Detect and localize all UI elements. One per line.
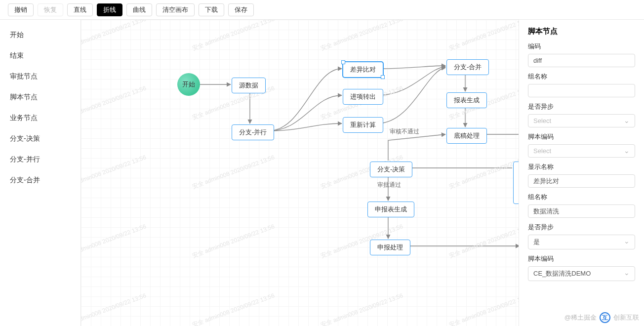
node-palette: 开始结束审批节点脚本节点业务节点分支-决策分支-并行分支-合并 xyxy=(0,20,81,326)
field-select-7[interactable]: CE_数据清洗DEMO xyxy=(528,266,635,281)
palette-script[interactable]: 脚本节点 xyxy=(0,87,80,108)
node-src[interactable]: 源数据 xyxy=(232,78,266,93)
palette-end[interactable]: 结束 xyxy=(0,45,80,66)
palette-start[interactable]: 开始 xyxy=(0,25,80,45)
properties-panel: 脚本节点 编码组名称是否异步Select脚本编码Select显示名称组名称是否异… xyxy=(519,20,644,326)
node-draft[interactable]: 底稿处理 xyxy=(446,128,487,144)
download-button[interactable]: 下载 xyxy=(199,3,224,16)
node-in[interactable]: 进项转出 xyxy=(343,89,383,105)
field-label: 组名称 xyxy=(528,72,635,81)
field-label: 是否异步 xyxy=(528,102,635,111)
flow-canvas[interactable]: 安全 admin008 2020/09/22 13:56安全 admin008 … xyxy=(81,20,519,326)
field-input-1[interactable] xyxy=(528,84,635,97)
field-input-4[interactable] xyxy=(528,174,635,188)
node-diff[interactable]: 差异比对 xyxy=(343,62,383,78)
node-decision[interactable]: 分支-决策 xyxy=(370,162,412,177)
footer-brand: @稀土掘金 互 创新互联 xyxy=(564,312,639,323)
save-button[interactable]: 保存 xyxy=(228,3,254,16)
node-process[interactable]: 申报处理 xyxy=(370,240,410,255)
field-label: 组名称 xyxy=(528,193,635,202)
edge-label-pass: 审批通过 xyxy=(377,181,401,189)
palette-approve[interactable]: 审批节点 xyxy=(0,66,80,87)
node-start[interactable]: 开始 xyxy=(177,73,200,96)
undo-button[interactable]: 撤销 xyxy=(8,3,34,16)
node-task[interactable]: 审批任务 xyxy=(513,162,519,204)
node-par[interactable]: 分支-并行 xyxy=(232,124,274,140)
node-report[interactable]: 报表生成 xyxy=(446,92,487,108)
field-select-2[interactable]: Select xyxy=(528,114,635,127)
node-merge[interactable]: 分支-合并 xyxy=(446,59,489,75)
field-label: 是否异步 xyxy=(528,223,635,232)
field-label: 显示名称 xyxy=(528,163,635,171)
field-input-0[interactable] xyxy=(528,54,635,67)
panel-title: 脚本节点 xyxy=(528,27,635,36)
field-select-3[interactable]: Select xyxy=(528,144,635,158)
palette-parallel[interactable]: 分支-并行 xyxy=(0,149,80,170)
edge-label-fail: 审核不通过 xyxy=(390,127,419,136)
node-recalc[interactable]: 重新计算 xyxy=(343,117,383,133)
field-label: 编码 xyxy=(528,42,635,51)
toolbar: 撤销恢复直线折线曲线清空画布下载保存 xyxy=(0,0,644,20)
straight-button[interactable]: 直线 xyxy=(67,3,93,16)
field-select-6[interactable]: 是 xyxy=(528,235,635,249)
redo-button[interactable]: 恢复 xyxy=(38,3,63,16)
curve-button[interactable]: 曲线 xyxy=(126,3,152,16)
field-label: 脚本编码 xyxy=(528,254,635,263)
palette-decision[interactable]: 分支-决策 xyxy=(0,128,80,149)
brand-logo-icon: 互 xyxy=(600,312,610,323)
palette-biz[interactable]: 业务节点 xyxy=(0,108,80,128)
palette-merge[interactable]: 分支-合并 xyxy=(0,170,80,191)
node-gen[interactable]: 申报表生成 xyxy=(367,202,414,217)
field-label: 脚本编码 xyxy=(528,132,635,141)
polyline-button[interactable]: 折线 xyxy=(97,3,122,16)
clear-button[interactable]: 清空画布 xyxy=(156,3,195,16)
field-input-5[interactable] xyxy=(528,204,635,218)
